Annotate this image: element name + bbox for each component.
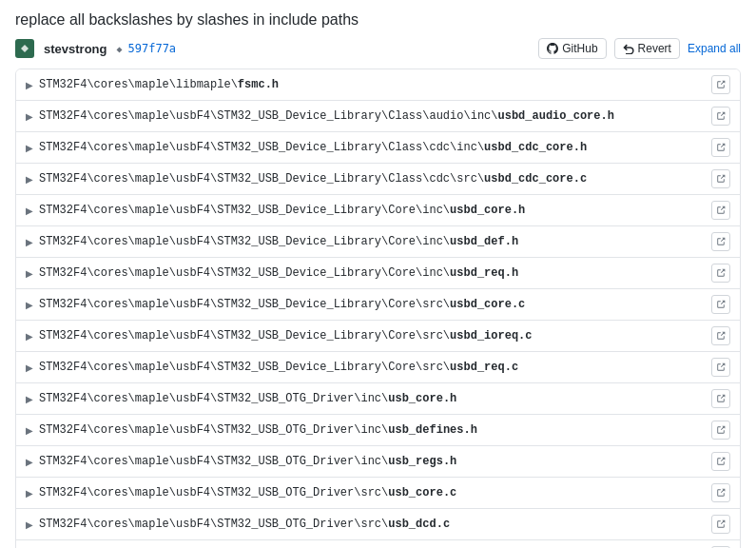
table-row: ▶STM32F4\cores\maple\usbF4\STM32_USB_Dev… [16, 164, 740, 195]
file-row-left: ▶STM32F4\cores\maple\usbF4\STM32_USB_OTG… [26, 392, 711, 405]
chevron-right-icon[interactable]: ▶ [26, 457, 33, 467]
file-path: STM32F4\cores\maple\usbF4\STM32_USB_OTG_… [39, 518, 450, 531]
file-row-left: ▶STM32F4\cores\maple\usbF4\STM32_USB_OTG… [26, 455, 711, 468]
file-row-left: ▶STM32F4\cores\maple\usbF4\STM32_USB_OTG… [26, 486, 711, 499]
file-row-left: ▶STM32F4\cores\maple\usbF4\STM32_USB_Dev… [26, 329, 711, 342]
table-row: ▶STM32F4\cores\maple\usbF4\STM32_USB_OTG… [16, 415, 740, 446]
chevron-right-icon[interactable]: ▶ [26, 174, 33, 185]
chevron-right-icon[interactable]: ▶ [26, 111, 33, 122]
file-list: ▶STM32F4\cores\maple\libmaple\fsmc.h▶STM… [15, 68, 741, 548]
file-expand-button[interactable] [711, 169, 730, 188]
table-row: ▶STM32F4\cores\maple\usbF4\STM32_USB_Dev… [16, 321, 740, 352]
file-expand-button[interactable] [711, 452, 730, 471]
page-title: replace all backslashes by slashes in in… [15, 11, 741, 29]
file-expand-button[interactable] [711, 326, 730, 345]
file-expand-button[interactable] [711, 201, 730, 220]
file-path: STM32F4\cores\maple\usbF4\STM32_USB_Devi… [39, 204, 525, 217]
chevron-right-icon[interactable]: ▶ [26, 362, 33, 373]
page-container: replace all backslashes by slashes in in… [0, 0, 756, 548]
chevron-right-icon[interactable]: ▶ [26, 237, 33, 247]
table-row: ▶STM32F4\cores\maple\libmaple\fsmc.h [16, 69, 740, 101]
chevron-right-icon[interactable]: ▶ [26, 519, 33, 530]
table-row: ▶STM32F4\cores\maple\usbF4\STM32_USB_Dev… [16, 258, 740, 289]
file-path: STM32F4\cores\maple\usbF4\STM32_USB_OTG_… [39, 455, 456, 468]
chevron-right-icon[interactable]: ▶ [26, 80, 33, 90]
meta-left: stevstrong 597f77a [15, 39, 176, 58]
file-row-left: ▶STM32F4\cores\maple\usbF4\STM32_USB_Dev… [26, 235, 711, 248]
file-expand-button[interactable] [711, 358, 730, 377]
file-expand-button[interactable] [711, 75, 730, 94]
file-path: STM32F4\cores\maple\usbF4\STM32_USB_Devi… [39, 109, 614, 123]
file-expand-button[interactable] [711, 515, 730, 534]
revert-icon [623, 43, 634, 54]
github-button[interactable]: GitHub [538, 38, 606, 59]
file-path: STM32F4\cores\maple\libmaple\fsmc.h [39, 78, 279, 91]
file-path: STM32F4\cores\maple\usbF4\STM32_USB_OTG_… [39, 423, 477, 437]
table-row: ▶STM32F4\cores\maple\usbF4\STM32_USB_Dev… [16, 289, 740, 321]
file-path: STM32F4\cores\maple\usbF4\STM32_USB_OTG_… [39, 486, 456, 499]
file-row-left: ▶STM32F4\cores\maple\usbF4\STM32_USB_Dev… [26, 298, 711, 311]
file-path: STM32F4\cores\maple\usbF4\STM32_USB_Devi… [39, 266, 518, 280]
file-expand-button[interactable] [711, 107, 730, 126]
commit-hash[interactable]: 597f77a [116, 42, 176, 55]
meta-bar: stevstrong 597f77a GitHub Revert Expand … [15, 38, 741, 59]
file-expand-button[interactable] [711, 483, 730, 502]
meta-right: GitHub Revert Expand all [538, 38, 741, 59]
chevron-right-icon[interactable]: ▶ [26, 425, 33, 436]
chevron-right-icon[interactable]: ▶ [26, 488, 33, 499]
file-row-left: ▶STM32F4\cores\maple\usbF4\STM32_USB_OTG… [26, 518, 711, 531]
file-expand-button[interactable] [711, 138, 730, 157]
avatar [15, 39, 34, 58]
table-row: ▶STM32F4\cores\maple\usbF4\STM32_USB_Dev… [16, 195, 740, 226]
table-row: ▶STM32F4\cores\maple\usbF4\STM32_USB_OTG… [16, 383, 740, 415]
file-path: STM32F4\cores\maple\usbF4\STM32_USB_Devi… [39, 141, 587, 154]
file-expand-button[interactable] [711, 389, 730, 408]
table-row: ▶STM32F4\cores\maple\usbF4\STM32_USB_OTG… [16, 540, 740, 548]
file-path: STM32F4\cores\maple\usbF4\STM32_USB_Devi… [39, 172, 587, 186]
table-row: ▶STM32F4\cores\maple\usbF4\STM32_USB_Dev… [16, 132, 740, 164]
file-path: STM32F4\cores\maple\usbF4\STM32_USB_Devi… [39, 298, 525, 311]
chevron-right-icon[interactable]: ▶ [26, 394, 33, 404]
table-row: ▶STM32F4\cores\maple\usbF4\STM32_USB_OTG… [16, 478, 740, 509]
table-row: ▶STM32F4\cores\maple\usbF4\STM32_USB_Dev… [16, 226, 740, 258]
author-name: stevstrong [44, 42, 107, 56]
chevron-right-icon[interactable]: ▶ [26, 206, 33, 216]
expand-all-button[interactable]: Expand all [688, 39, 741, 58]
file-path: STM32F4\cores\maple\usbF4\STM32_USB_OTG_… [39, 392, 456, 405]
file-row-left: ▶STM32F4\cores\maple\libmaple\fsmc.h [26, 78, 711, 91]
github-icon [547, 43, 558, 54]
file-path: STM32F4\cores\maple\usbF4\STM32_USB_Devi… [39, 361, 518, 374]
file-row-left: ▶STM32F4\cores\maple\usbF4\STM32_USB_Dev… [26, 141, 711, 154]
file-row-left: ▶STM32F4\cores\maple\usbF4\STM32_USB_Dev… [26, 361, 711, 374]
table-row: ▶STM32F4\cores\maple\usbF4\STM32_USB_OTG… [16, 446, 740, 478]
revert-label: Revert [638, 42, 671, 55]
file-row-left: ▶STM32F4\cores\maple\usbF4\STM32_USB_OTG… [26, 423, 711, 437]
table-row: ▶STM32F4\cores\maple\usbF4\STM32_USB_OTG… [16, 509, 740, 540]
chevron-right-icon[interactable]: ▶ [26, 268, 33, 279]
github-label: GitHub [562, 42, 597, 55]
file-row-left: ▶STM32F4\cores\maple\usbF4\STM32_USB_Dev… [26, 266, 711, 280]
file-expand-button[interactable] [711, 232, 730, 251]
revert-button[interactable]: Revert [614, 38, 680, 59]
chevron-right-icon[interactable]: ▶ [26, 300, 33, 310]
file-path: STM32F4\cores\maple\usbF4\STM32_USB_Devi… [39, 235, 518, 248]
table-row: ▶STM32F4\cores\maple\usbF4\STM32_USB_Dev… [16, 352, 740, 383]
table-row: ▶STM32F4\cores\maple\usbF4\STM32_USB_Dev… [16, 101, 740, 132]
file-row-left: ▶STM32F4\cores\maple\usbF4\STM32_USB_Dev… [26, 204, 711, 217]
file-expand-button[interactable] [711, 421, 730, 440]
chevron-right-icon[interactable]: ▶ [26, 143, 33, 153]
chevron-right-icon[interactable]: ▶ [26, 331, 33, 342]
file-expand-button[interactable] [711, 264, 730, 283]
file-row-left: ▶STM32F4\cores\maple\usbF4\STM32_USB_Dev… [26, 109, 711, 123]
file-path: STM32F4\cores\maple\usbF4\STM32_USB_Devi… [39, 329, 533, 342]
file-row-left: ▶STM32F4\cores\maple\usbF4\STM32_USB_Dev… [26, 172, 711, 186]
file-expand-button[interactable] [711, 295, 730, 314]
